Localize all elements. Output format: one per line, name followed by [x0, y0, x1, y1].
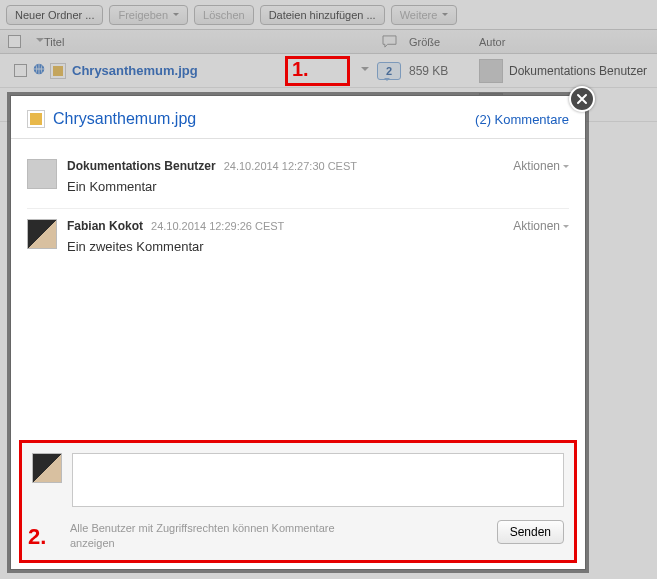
comment-date: 24.10.2014 12:27:30 CEST: [224, 160, 357, 172]
comment-date: 24.10.2014 12:29:26 CEST: [151, 220, 284, 232]
comments-list: Dokumentations Benutzer 24.10.2014 12:27…: [11, 139, 585, 268]
avatar-icon: [27, 159, 57, 189]
comment-actions-menu[interactable]: Aktionen: [513, 219, 569, 233]
comment-item: Fabian Kokot 24.10.2014 12:29:26 CEST Ak…: [27, 209, 569, 268]
compose-hint: Alle Benutzer mit Zugriffsrechten können…: [70, 521, 370, 550]
close-button[interactable]: [569, 86, 595, 112]
avatar-icon: [27, 219, 57, 249]
comment-text: Ein zweites Kommentar: [67, 239, 569, 254]
comment-author: Fabian Kokot: [67, 219, 143, 233]
popup-header: Chrysanthemum.jpg (2) Kommentare: [11, 96, 585, 139]
annotation-2-label: 2.: [28, 524, 46, 550]
background-page: Neuer Ordner ... Freigeben Löschen Datei…: [0, 0, 657, 579]
comment-author: Dokumentations Benutzer: [67, 159, 216, 173]
compose-area: Alle Benutzer mit Zugriffsrechten können…: [19, 440, 577, 563]
popup-title[interactable]: Chrysanthemum.jpg: [53, 110, 196, 128]
avatar-icon: [32, 453, 62, 483]
comment-item: Dokumentations Benutzer 24.10.2014 12:27…: [27, 149, 569, 209]
comments-count-link[interactable]: (2) Kommentare: [475, 112, 569, 127]
file-thumbnail-icon: [27, 110, 45, 128]
comment-input[interactable]: [72, 453, 564, 507]
send-button[interactable]: Senden: [497, 520, 564, 544]
comment-actions-menu[interactable]: Aktionen: [513, 159, 569, 173]
comments-popup: Chrysanthemum.jpg (2) Kommentare Dokumen…: [10, 95, 586, 570]
comment-text: Ein Kommentar: [67, 179, 569, 194]
annotation-1-box: [285, 56, 350, 86]
